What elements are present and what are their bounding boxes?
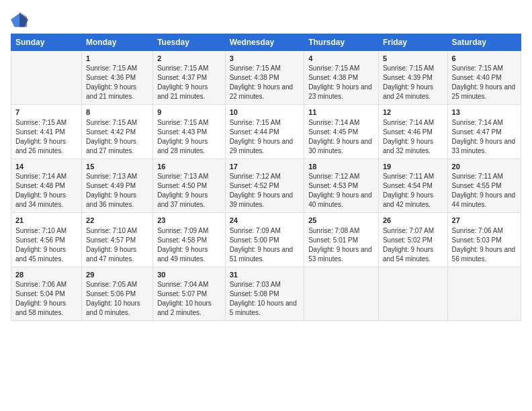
- daylight: Daylight: 10 hours and 2 minutes.: [157, 299, 220, 318]
- daylight: Daylight: 9 hours and 40 minutes.: [308, 191, 374, 210]
- day-number: 6: [452, 54, 517, 64]
- sunrise: Sunrise: 7:14 AM: [452, 118, 517, 128]
- calendar-cell: 27Sunrise: 7:06 AMSunset: 5:03 PMDayligh…: [447, 213, 521, 267]
- day-number: 10: [230, 107, 300, 118]
- week-row: 14Sunrise: 7:14 AMSunset: 4:48 PMDayligh…: [11, 158, 521, 212]
- calendar-cell: 5Sunrise: 7:15 AMSunset: 4:39 PMDaylight…: [378, 51, 447, 105]
- calendar-cell: 9Sunrise: 7:15 AMSunset: 4:43 PMDaylight…: [153, 105, 225, 158]
- calendar-body: 1Sunrise: 7:15 AMSunset: 4:36 PMDaylight…: [11, 51, 521, 321]
- daylight: Daylight: 9 hours and 29 minutes.: [230, 137, 300, 156]
- svg-marker-1: [19, 12, 27, 27]
- day-number: 20: [452, 162, 517, 172]
- daylight: Daylight: 9 hours and 24 minutes.: [383, 83, 443, 101]
- sunset: Sunset: 4:52 PM: [230, 181, 300, 191]
- calendar-cell: 15Sunrise: 7:13 AMSunset: 4:49 PMDayligh…: [82, 158, 153, 212]
- sunrise: Sunrise: 7:14 AM: [308, 118, 374, 128]
- day-number: 17: [230, 162, 300, 172]
- day-number: 8: [86, 107, 148, 118]
- sunset: Sunset: 4:55 PM: [452, 181, 517, 191]
- calendar-cell: [378, 267, 447, 320]
- calendar-cell: 17Sunrise: 7:12 AMSunset: 4:52 PMDayligh…: [225, 158, 304, 212]
- sunset: Sunset: 4:38 PM: [308, 73, 374, 83]
- header: [11, 11, 521, 30]
- sunset: Sunset: 4:37 PM: [157, 73, 220, 83]
- sunrise: Sunrise: 7:15 AM: [383, 64, 443, 73]
- day-number: 18: [308, 162, 374, 172]
- logo-icon: [11, 11, 30, 30]
- calendar-cell: 7Sunrise: 7:15 AMSunset: 4:41 PMDaylight…: [11, 105, 82, 158]
- sunset: Sunset: 4:48 PM: [15, 181, 77, 191]
- day-number: 15: [86, 162, 148, 172]
- sunset: Sunset: 4:49 PM: [86, 181, 148, 191]
- day-number: 1: [86, 54, 148, 64]
- col-wednesday: Wednesday: [225, 34, 304, 51]
- col-thursday: Thursday: [304, 34, 379, 51]
- sunrise: Sunrise: 7:15 AM: [15, 118, 77, 128]
- calendar-cell: [304, 267, 379, 320]
- day-number: 22: [86, 216, 148, 226]
- sunrise: Sunrise: 7:15 AM: [230, 118, 300, 128]
- sunrise: Sunrise: 7:15 AM: [157, 64, 220, 73]
- day-number: 23: [157, 216, 220, 226]
- sunset: Sunset: 4:42 PM: [86, 128, 148, 137]
- calendar-cell: 23Sunrise: 7:09 AMSunset: 4:58 PMDayligh…: [153, 213, 225, 267]
- logo: [11, 11, 32, 30]
- sunset: Sunset: 4:50 PM: [157, 181, 220, 191]
- col-friday: Friday: [378, 34, 447, 51]
- sunrise: Sunrise: 7:12 AM: [230, 172, 300, 181]
- sunset: Sunset: 4:36 PM: [86, 73, 148, 83]
- sunrise: Sunrise: 7:15 AM: [86, 64, 148, 73]
- col-monday: Monday: [82, 34, 153, 51]
- sunrise: Sunrise: 7:15 AM: [308, 64, 374, 73]
- sunset: Sunset: 5:06 PM: [86, 289, 148, 299]
- daylight: Daylight: 9 hours and 58 minutes.: [15, 299, 77, 318]
- sunrise: Sunrise: 7:10 AM: [86, 226, 148, 236]
- daylight: Daylight: 10 hours and 0 minutes.: [86, 299, 148, 318]
- day-number: 13: [452, 107, 517, 118]
- daylight: Daylight: 9 hours and 39 minutes.: [230, 191, 300, 210]
- calendar-header: Sunday Monday Tuesday Wednesday Thursday…: [11, 34, 521, 51]
- daylight: Daylight: 9 hours and 37 minutes.: [157, 191, 220, 210]
- sunrise: Sunrise: 7:06 AM: [15, 280, 77, 289]
- sunrise: Sunrise: 7:15 AM: [157, 118, 220, 128]
- daylight: Daylight: 9 hours and 30 minutes.: [308, 137, 374, 156]
- sunrise: Sunrise: 7:15 AM: [230, 64, 300, 73]
- daylight: Daylight: 9 hours and 27 minutes.: [86, 137, 148, 156]
- calendar-cell: 28Sunrise: 7:06 AMSunset: 5:04 PMDayligh…: [11, 267, 82, 320]
- col-sunday: Sunday: [11, 34, 82, 51]
- daylight: Daylight: 9 hours and 22 minutes.: [230, 83, 300, 101]
- sunrise: Sunrise: 7:15 AM: [452, 64, 517, 73]
- sunrise: Sunrise: 7:15 AM: [86, 118, 148, 128]
- day-number: 2: [157, 54, 220, 64]
- sunset: Sunset: 5:01 PM: [308, 236, 374, 245]
- sunset: Sunset: 4:38 PM: [230, 73, 300, 83]
- calendar-cell: 31Sunrise: 7:03 AMSunset: 5:08 PMDayligh…: [225, 267, 304, 320]
- daylight: Daylight: 9 hours and 21 minutes.: [86, 83, 148, 101]
- daylight: Daylight: 9 hours and 51 minutes.: [230, 245, 300, 264]
- day-number: 28: [15, 270, 77, 280]
- sunset: Sunset: 5:02 PM: [383, 236, 443, 245]
- sunset: Sunset: 4:43 PM: [157, 128, 220, 137]
- calendar-cell: 29Sunrise: 7:05 AMSunset: 5:06 PMDayligh…: [82, 267, 153, 320]
- day-number: 24: [230, 216, 300, 226]
- calendar-cell: 1Sunrise: 7:15 AMSunset: 4:36 PMDaylight…: [82, 51, 153, 105]
- sunrise: Sunrise: 7:13 AM: [157, 172, 220, 181]
- day-number: 9: [157, 107, 220, 118]
- sunrise: Sunrise: 7:03 AM: [230, 280, 300, 289]
- sunrise: Sunrise: 7:09 AM: [157, 226, 220, 236]
- daylight: Daylight: 9 hours and 47 minutes.: [86, 245, 148, 264]
- daylight: Daylight: 9 hours and 34 minutes.: [15, 191, 77, 210]
- calendar-cell: 10Sunrise: 7:15 AMSunset: 4:44 PMDayligh…: [225, 105, 304, 158]
- calendar-cell: 19Sunrise: 7:11 AMSunset: 4:54 PMDayligh…: [378, 158, 447, 212]
- calendar-cell: 21Sunrise: 7:10 AMSunset: 4:56 PMDayligh…: [11, 213, 82, 267]
- calendar-cell: 26Sunrise: 7:07 AMSunset: 5:02 PMDayligh…: [378, 213, 447, 267]
- sunrise: Sunrise: 7:14 AM: [15, 172, 77, 181]
- day-number: 29: [86, 270, 148, 280]
- daylight: Daylight: 9 hours and 45 minutes.: [15, 245, 77, 264]
- calendar-table: Sunday Monday Tuesday Wednesday Thursday…: [11, 34, 521, 321]
- day-number: 11: [308, 107, 374, 118]
- calendar-cell: 20Sunrise: 7:11 AMSunset: 4:55 PMDayligh…: [447, 158, 521, 212]
- day-number: 3: [230, 54, 300, 64]
- day-number: 14: [15, 162, 77, 172]
- page-container: Sunday Monday Tuesday Wednesday Thursday…: [0, 0, 532, 326]
